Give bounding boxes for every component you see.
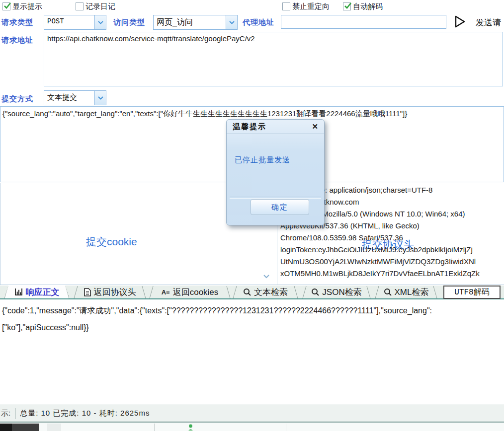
background-window-strip (0, 422, 504, 431)
proxy-label: 代理地址 (243, 18, 274, 27)
dialog-titlebar: 温馨提示 ✕ (227, 120, 324, 134)
background-window-cell (47, 424, 61, 431)
result-tabbar: 响应正文 返回协议头 A≡ 返回cookies 文本检索 JSON检索 XML检… (0, 286, 504, 299)
access-type-label: 访问类型 (113, 18, 145, 27)
tab-response-headers[interactable]: 返回协议头 (74, 286, 146, 298)
green-status-icon (188, 424, 193, 431)
header-line: loginToken:eyJhbGciOiJIUzUxMiJ9.eyJsb2dp… (280, 244, 504, 256)
response-line: {"code":1,"message":"请求成功","data":{"text… (0, 299, 504, 319)
tab-label: JSON检索 (322, 287, 361, 298)
background-window-block (0, 424, 12, 431)
checkbox-checked-icon[interactable] (343, 2, 351, 10)
access-type-value: 网页_访问 (154, 15, 226, 29)
search-icon (384, 288, 392, 296)
submit-method-value: 文本提交 (44, 91, 94, 105)
status-prefix: 示: (0, 409, 10, 418)
request-body-value: {"source_lang":"auto","target_lang":"en"… (2, 109, 407, 118)
header-line: xOTM5MH0.M1wBLjkD8JeIkY7ri7DvVfaeELbnAT1… (280, 268, 504, 280)
tab-label: 返回协议头 (94, 287, 136, 298)
scroll-down-icon[interactable] (263, 272, 270, 281)
tab-text-search[interactable]: 文本检索 (233, 286, 298, 298)
checkbox-checked-icon[interactable] (2, 2, 10, 10)
tab-label: 响应正文 (26, 287, 60, 298)
send-request-label[interactable]: 发送请 (476, 17, 501, 28)
list-icon: A≡ (162, 288, 170, 296)
checkbox-label: 自动解码 (353, 2, 383, 11)
checkbox-label: 禁止重定向 (292, 2, 330, 11)
send-request-button[interactable] (453, 15, 466, 30)
search-icon (311, 288, 319, 296)
dialog-message: 已停止批量发送 (235, 155, 290, 165)
background-window-block (12, 424, 39, 431)
utf8-decode-button[interactable]: UTF8解码 (443, 286, 501, 299)
dialog-separator (230, 197, 321, 199)
request-url-value: https://api.chatknow.com/service-mqtt/tr… (47, 34, 255, 43)
status-summary: 总量: 10 已完成: 10 - 耗时: 2625ms (20, 409, 150, 418)
tab-label: 文本检索 (254, 287, 288, 298)
checkbox-auto-decode[interactable]: 自动解码 (343, 2, 383, 11)
tip-dialog: 温馨提示 ✕ 已停止批量发送 确定 (226, 119, 325, 225)
request-url-label: 请求地址 (1, 36, 33, 45)
access-type-select[interactable]: 网页_访问 (153, 15, 238, 30)
submit-method-label: 提交方式 (1, 94, 33, 104)
checkbox-log-diary[interactable]: 记录日记 (76, 2, 115, 11)
http-debugger-window: { "toolbar": { "checkboxes": [ {"label":… (0, 0, 504, 431)
response-body-panel[interactable]: {"code":1,"message":"请求成功","data":{"text… (0, 299, 504, 404)
status-bar: 示: 总量: 10 已完成: 10 - 耗时: 2625ms (0, 405, 504, 422)
checkbox-show-tips[interactable]: 显示提示 (2, 2, 42, 11)
checkbox-label: 记录日记 (85, 2, 115, 11)
header-line: Chrome/108.0.5359.98 Safari/537.36 (280, 232, 504, 244)
cookie-watermark: 提交cookie (86, 235, 137, 249)
tab-response-cookies[interactable]: A≡ 返回cookies (149, 286, 231, 298)
chart-icon (14, 288, 23, 296)
submit-method-select[interactable]: 文本提交 (44, 90, 106, 105)
header-line: UtNmU3OS00YjA2LWIwNzktMWFiMjVlZDQ3ZDg3Ii… (280, 256, 504, 268)
request-type-select[interactable]: POST (44, 15, 106, 30)
tab-xml-search[interactable]: XML检索 (375, 286, 437, 298)
tab-label: 返回cookies (173, 287, 219, 298)
checkbox-unchecked-icon[interactable] (282, 2, 290, 10)
checkbox-no-redirect[interactable]: 禁止重定向 (282, 2, 330, 11)
document-icon (84, 288, 91, 296)
dialog-title: 温馨提示 (233, 122, 312, 132)
ok-button[interactable]: 确定 (251, 199, 309, 215)
chevron-down-icon[interactable] (94, 91, 106, 105)
close-icon[interactable]: ✕ (312, 122, 318, 131)
request-type-value: POST (44, 15, 94, 29)
chevron-down-icon[interactable] (226, 15, 237, 29)
tab-json-search[interactable]: JSON检索 (302, 286, 371, 298)
play-triangle-icon (453, 15, 466, 28)
checkbox-label: 显示提示 (12, 2, 42, 11)
background-window-divider (286, 424, 286, 431)
checkbox-unchecked-icon[interactable] (76, 2, 84, 10)
proxy-input[interactable] (281, 15, 446, 29)
chevron-down-icon[interactable] (94, 15, 106, 29)
request-type-label: 请求类型 (1, 18, 33, 27)
search-icon (243, 288, 251, 296)
status-separator (15, 408, 16, 419)
tab-label: XML检索 (395, 287, 429, 298)
tab-response-body[interactable]: 响应正文 (4, 286, 70, 298)
response-line: ["ko"],"apiSuccess":null}} (0, 319, 504, 336)
request-url-input[interactable]: https://api.chatknow.com/service-mqtt/tr… (44, 32, 503, 86)
background-window-divider (154, 424, 155, 431)
